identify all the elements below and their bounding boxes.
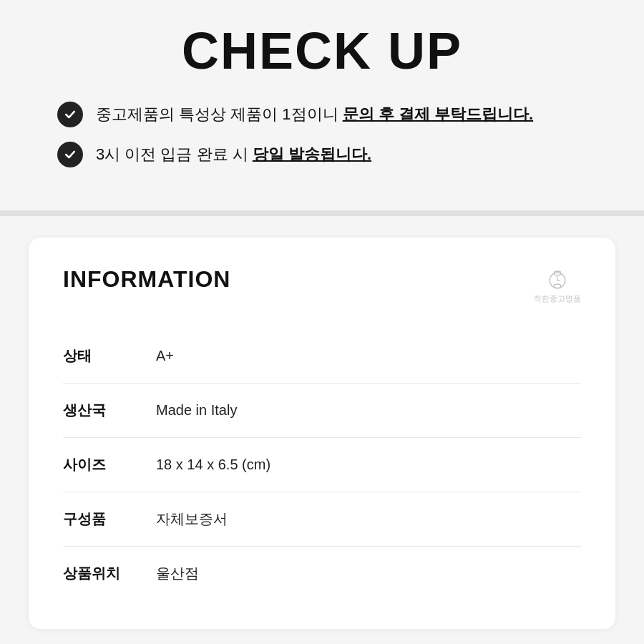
- brand-name-text: 착한중고명품: [534, 293, 581, 303]
- info-section: INFORMATION 착한중고명품 상태 A+ 생산국 Made in Ita…: [0, 238, 644, 644]
- check-item-1-text: 중고제품의 특성상 제품이 1점이니 문의 후 결제 부탁드립니다.: [96, 104, 533, 126]
- info-header: INFORMATION 착한중고명품: [63, 266, 581, 303]
- check-icon-2: [57, 142, 83, 167]
- check-icon-1: [57, 102, 83, 127]
- section-divider: [0, 210, 644, 216]
- check-item-1: 중고제품의 특성상 제품이 1점이니 문의 후 결제 부탁드립니다.: [57, 102, 587, 127]
- row-label-3: 구성품: [63, 492, 156, 547]
- row-value-1: Made in Italy: [156, 384, 581, 438]
- row-label-1: 생산국: [63, 384, 156, 438]
- check-item-2: 3시 이전 입금 완료 시 당일 발송됩니다.: [57, 142, 587, 167]
- table-row: 생산국 Made in Italy: [63, 384, 581, 438]
- check-item-2-highlight: 당일 발송됩니다.: [253, 145, 371, 163]
- check-items-list: 중고제품의 특성상 제품이 1점이니 문의 후 결제 부탁드립니다. 3시 이전…: [43, 102, 601, 167]
- info-table: 상태 A+ 생산국 Made in Italy 사이즈 18 x 14 x 6.…: [63, 329, 581, 600]
- table-row: 사이즈 18 x 14 x 6.5 (cm): [63, 438, 581, 492]
- top-section: CHECK UP 중고제품의 특성상 제품이 1점이니 문의 후 결제 부탁드립…: [0, 0, 644, 189]
- row-label-2: 사이즈: [63, 438, 156, 492]
- row-label-0: 상태: [63, 329, 156, 384]
- table-row: 상태 A+: [63, 329, 581, 384]
- row-value-2: 18 x 14 x 6.5 (cm): [156, 438, 581, 492]
- brand-watermark: 착한중고명품: [534, 266, 581, 303]
- info-title: INFORMATION: [63, 266, 230, 293]
- watch-icon: [545, 266, 570, 292]
- info-card: INFORMATION 착한중고명품 상태 A+ 생산국 Made in Ita…: [29, 238, 615, 629]
- row-value-0: A+: [156, 329, 581, 384]
- check-item-1-highlight: 문의 후 결제 부탁드립니다.: [343, 105, 533, 123]
- check-item-2-text: 3시 이전 입금 완료 시 당일 발송됩니다.: [96, 144, 371, 166]
- table-row: 상품위치 울산점: [63, 547, 581, 601]
- page-title: CHECK UP: [43, 14, 601, 102]
- row-label-4: 상품위치: [63, 547, 156, 601]
- table-row: 구성품 자체보증서: [63, 492, 581, 547]
- row-value-4: 울산점: [156, 547, 581, 601]
- row-value-3: 자체보증서: [156, 492, 581, 547]
